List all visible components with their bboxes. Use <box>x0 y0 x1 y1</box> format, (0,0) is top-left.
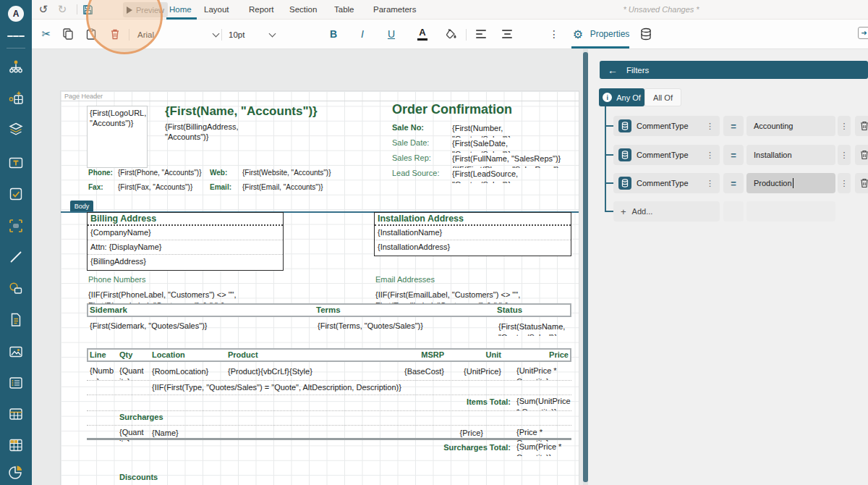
tab-parameters[interactable]: Parameters <box>373 0 416 19</box>
item-unit-field[interactable]: {UnitPrice} <box>455 367 501 376</box>
sales-rep-value[interactable]: {First(FullName, "SalesReps")}{IIF(First… <box>452 153 571 168</box>
tab-home[interactable]: Home <box>169 0 192 19</box>
phone-numbers-label[interactable]: Phone Numbers <box>88 275 146 284</box>
installation-address-box[interactable]: Installation Address {InstallationName} … <box>374 212 571 256</box>
billing-address-box[interactable]: Billing Address {CompanyName} Attn: {Dis… <box>87 212 284 271</box>
collapse-panel-icon[interactable]: ➜ <box>858 27 868 39</box>
fax-value[interactable]: {First(Fax, "Accounts")} <box>118 183 192 191</box>
field-options-icon[interactable]: ⋮ <box>706 122 714 131</box>
item-location-field[interactable]: {RoomLocation} <box>152 367 208 376</box>
redo-button[interactable]: ↻ <box>55 0 69 19</box>
email-iif-field[interactable]: {IIF(First(EmailLabel, "Customers") <> "… <box>375 290 592 303</box>
value-options-button[interactable]: ⋮ <box>838 145 851 165</box>
surcharges-total-label[interactable]: Surcharges Total: <box>401 443 511 452</box>
status-value[interactable]: {First(StatusName,"Quotes/Sales")} <box>498 321 571 336</box>
field-options-icon[interactable]: ⋮ <box>706 179 714 188</box>
item-msrp-field[interactable]: {BaseCost} <box>393 367 444 376</box>
delete-filter-button[interactable] <box>855 145 868 165</box>
data-source-button[interactable] <box>637 20 655 48</box>
add-filter-button[interactable]: + Add... <box>613 201 720 222</box>
filter-value-input[interactable]: Installation <box>746 145 835 165</box>
grid-tool-icon[interactable] <box>7 436 25 454</box>
items-total-label[interactable]: Items Total: <box>422 397 511 406</box>
logo-placeholder-cell[interactable]: {First(LogoURL, "Accounts")} <box>87 106 148 168</box>
filter-operator[interactable]: = <box>723 145 744 165</box>
checkbox-tool-icon[interactable] <box>7 185 25 203</box>
align-center-button[interactable] <box>498 20 516 48</box>
sales-rep-label[interactable]: Sales Rep: <box>392 153 431 162</box>
insert-grid-tool-icon[interactable] <box>7 89 25 106</box>
report-title[interactable]: Order Confirmation <box>392 102 512 117</box>
item-product-field[interactable]: {Product}{vbCrLf}{Style} <box>228 367 312 376</box>
sale-date-value[interactable]: {First(SaleDate,"Quotes/Sales")} <box>452 138 571 153</box>
billing-address-row[interactable]: {BillingAddress} <box>88 255 283 269</box>
filter-operator[interactable]: = <box>723 173 744 193</box>
list-tool-icon[interactable] <box>7 374 25 392</box>
phone-iif-field[interactable]: {IIF(First(PhoneLabel, "Customers") <> "… <box>88 290 305 303</box>
filter-value-input[interactable]: Accounting <box>746 116 835 136</box>
table-tool-icon[interactable] <box>7 405 25 423</box>
delete-button[interactable] <box>106 20 124 48</box>
delete-filter-button[interactable] <box>855 116 868 136</box>
discounts-label[interactable]: Discounts <box>119 473 158 481</box>
selection-frame-tool-icon[interactable] <box>7 217 25 235</box>
copy-button[interactable] <box>59 20 77 48</box>
all-of-toggle[interactable]: All Of <box>644 88 681 106</box>
lead-source-value[interactable]: {First(LeadSource,"Quotes/Sales")} <box>452 169 571 183</box>
item-line-field[interactable]: {Number} <box>90 366 117 380</box>
value-options-button[interactable]: ⋮ <box>838 173 851 193</box>
cut-button[interactable]: ✂ <box>38 20 55 48</box>
attn-row[interactable]: Attn: {DisplayName} <box>88 240 283 255</box>
hierarchy-tool-icon[interactable] <box>7 58 25 75</box>
filter-value-input-active[interactable]: Production <box>746 173 835 193</box>
company-name-field[interactable]: {First(Name, "Accounts")} <box>165 104 318 119</box>
sidemark-value[interactable]: {First(Sidemark, "Quotes/Sales")} <box>90 321 207 330</box>
item-price-field[interactable]: {UnitPrice *Quantity} <box>516 366 570 380</box>
terms-value[interactable]: {First(Terms, "Quotes/Sales")} <box>318 321 423 330</box>
any-of-toggle[interactable]: i Any Of <box>599 88 644 106</box>
sale-date-label[interactable]: Sale Date: <box>392 138 429 147</box>
back-arrow-icon[interactable]: ← <box>608 64 618 76</box>
surcharge-price-field[interactable]: {Price} <box>437 429 483 437</box>
font-size-select[interactable]: 10pt <box>229 27 275 43</box>
layers-tool-icon[interactable] <box>7 120 25 138</box>
web-value[interactable]: {First(Website, "Accounts")} <box>242 169 331 177</box>
filter-field-select[interactable]: CommentType ⋮ <box>613 173 720 193</box>
email-addresses-label[interactable]: Email Addresses <box>375 275 435 284</box>
paste-button[interactable] <box>82 20 100 48</box>
more-options-button[interactable]: ⋮ <box>547 20 561 48</box>
properties-gear-icon[interactable]: ⚙ <box>570 20 586 48</box>
shapes-tool-icon[interactable] <box>7 279 25 297</box>
body-section-label[interactable]: Body <box>70 201 93 211</box>
phone-label[interactable]: Phone: <box>88 169 113 177</box>
sale-no-label[interactable]: Sale No: <box>392 123 424 132</box>
item-qty-field[interactable]: {Quantity} <box>119 366 150 380</box>
surcharge-name-field[interactable]: {Name} <box>152 429 179 437</box>
tab-table[interactable]: Table <box>334 0 354 19</box>
font-color-button[interactable]: A <box>414 20 431 48</box>
hamburger-menu-icon[interactable] <box>7 28 25 45</box>
installation-name-row[interactable]: {InstallationName} <box>375 226 571 240</box>
value-options-button[interactable]: ⋮ <box>838 116 851 136</box>
filter-field-select[interactable]: CommentType ⋮ <box>613 116 720 136</box>
filters-header[interactable]: ← Filters <box>600 61 868 79</box>
item-description-field[interactable]: {IIF(First(Type, "Quotes/Sales") = "Quot… <box>152 383 401 392</box>
properties-tab[interactable]: Properties <box>587 20 632 48</box>
pie-chart-tool-icon[interactable] <box>7 463 25 481</box>
filter-operator[interactable]: = <box>723 116 744 136</box>
underline-button[interactable]: U <box>383 20 399 48</box>
company-billing-address-field[interactable]: {First(BillingAddress, "Accounts")} <box>165 122 238 142</box>
email-value[interactable]: {First(Email, "Accounts")} <box>242 183 323 191</box>
web-label[interactable]: Web: <box>210 169 227 177</box>
sale-no-value[interactable]: {First(Number,"Quotes/Sales")} <box>452 123 571 138</box>
surcharges-label[interactable]: Surcharges <box>119 413 163 421</box>
font-family-select[interactable]: Arial <box>137 27 218 43</box>
tab-layout[interactable]: Layout <box>204 0 229 19</box>
scrollbar-thumb[interactable] <box>583 52 588 482</box>
align-left-button[interactable] <box>472 20 490 48</box>
tab-report[interactable]: Report <box>249 0 274 19</box>
items-total-value[interactable]: {Sum(UnitPrice* Quantity)} <box>516 396 571 410</box>
page-header-section-label[interactable]: Page Header <box>61 91 579 101</box>
italic-button[interactable]: I <box>354 20 370 48</box>
field-options-icon[interactable]: ⋮ <box>706 151 714 160</box>
